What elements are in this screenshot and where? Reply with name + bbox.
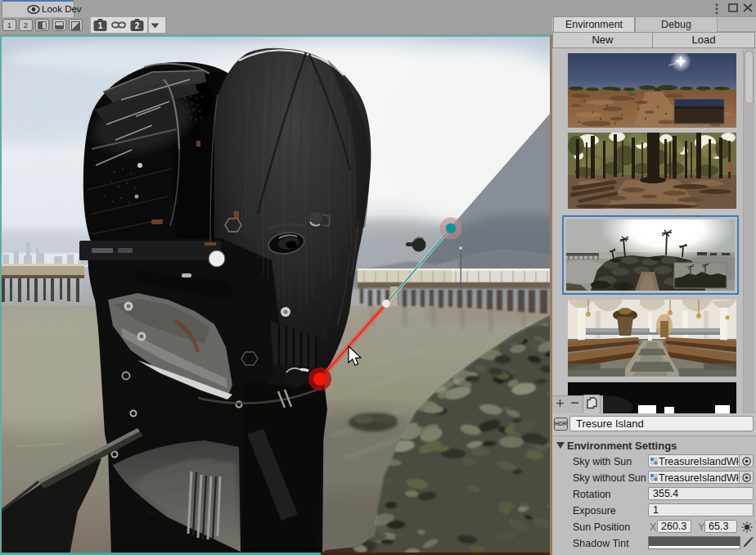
svg-text:1: 1 xyxy=(98,21,103,30)
svg-text:2: 2 xyxy=(135,21,140,30)
